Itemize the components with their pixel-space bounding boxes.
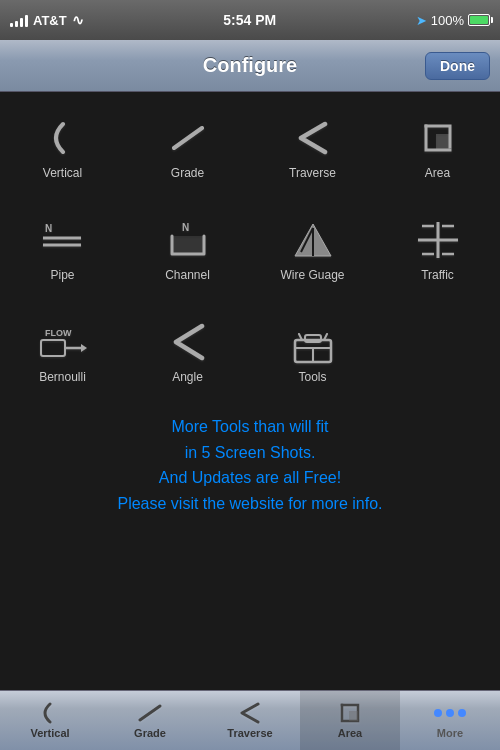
battery-label: 100% xyxy=(431,13,464,28)
tab-vertical-icon xyxy=(36,702,64,724)
svg-text:FLOW: FLOW xyxy=(45,328,72,338)
tab-traverse-label: Traverse xyxy=(227,727,272,739)
wifi-icon: ∿ xyxy=(72,12,84,28)
status-time: 5:54 PM xyxy=(223,12,276,28)
tools-icon xyxy=(287,320,339,364)
done-button[interactable]: Done xyxy=(425,52,490,80)
area-label: Area xyxy=(425,166,450,180)
icon-grid-row2: N Pipe N Channel xyxy=(0,200,500,302)
traffic-label: Traffic xyxy=(421,268,454,282)
channel-label: Channel xyxy=(165,268,210,282)
wire-guage-icon xyxy=(287,218,339,262)
bernoulli-icon: FLOW xyxy=(37,320,89,364)
icon-cell-pipe[interactable]: N Pipe xyxy=(0,204,125,292)
battery-icon xyxy=(468,14,490,26)
tab-traverse-icon xyxy=(236,702,264,724)
angle-label: Angle xyxy=(172,370,203,384)
icon-cell-traffic[interactable]: Traffic xyxy=(375,204,500,292)
icon-cell-tools[interactable]: Tools xyxy=(250,306,375,394)
svg-line-25 xyxy=(140,706,160,720)
tab-item-more[interactable]: More xyxy=(400,691,500,750)
info-text: More Tools than will fit in 5 Screen Sho… xyxy=(0,394,500,526)
info-line-4: Please visit the website for more info. xyxy=(20,491,480,517)
tab-grade-label: Grade xyxy=(134,727,166,739)
tab-item-grade[interactable]: Grade xyxy=(100,691,200,750)
tab-area-label: Area xyxy=(338,727,362,739)
info-line-1: More Tools than will fit xyxy=(20,414,480,440)
dot-1 xyxy=(434,709,442,717)
icon-cell-grade[interactable]: Grade xyxy=(125,102,250,190)
dot-2 xyxy=(446,709,454,717)
location-arrow-icon: ➤ xyxy=(416,13,427,28)
svg-line-0 xyxy=(174,128,202,148)
tab-area-icon xyxy=(336,702,364,724)
channel-icon: N xyxy=(162,218,214,262)
svg-rect-1 xyxy=(436,134,450,150)
svg-text:N: N xyxy=(45,223,52,234)
icon-cell-bernoulli[interactable]: FLOW Bernoulli xyxy=(0,306,125,394)
tab-more-label: More xyxy=(437,727,463,739)
info-line-3: And Updates are all Free! xyxy=(20,465,480,491)
icon-cell-area[interactable]: Area xyxy=(375,102,500,190)
vertical-label: Vertical xyxy=(43,166,82,180)
vertical-icon xyxy=(37,116,89,160)
nav-bar: Configure Done xyxy=(0,40,500,92)
angle-icon xyxy=(162,320,214,364)
icon-grid-row3: FLOW Bernoulli Angle xyxy=(0,302,500,394)
icon-cell-traverse[interactable]: Traverse xyxy=(250,102,375,190)
tab-grade-icon xyxy=(136,702,164,724)
bernoulli-label: Bernoulli xyxy=(39,370,86,384)
traverse-icon xyxy=(287,116,339,160)
svg-marker-18 xyxy=(81,344,87,352)
icon-grid-row1: Vertical Grade Traverse xyxy=(0,92,500,200)
svg-rect-26 xyxy=(349,711,358,721)
info-line-2: in 5 Screen Shots. xyxy=(20,440,480,466)
pipe-label: Pipe xyxy=(50,268,74,282)
icon-cell-angle[interactable]: Angle xyxy=(125,306,250,394)
traverse-label: Traverse xyxy=(289,166,336,180)
traffic-icon xyxy=(412,218,464,262)
icon-cell-channel[interactable]: N Channel xyxy=(125,204,250,292)
icon-cell-wire-guage[interactable]: Wire Guage xyxy=(250,204,375,292)
icon-cell-vertical[interactable]: Vertical xyxy=(0,102,125,190)
signal-bars-icon xyxy=(10,13,28,27)
svg-rect-16 xyxy=(41,340,65,356)
tab-bar: Vertical Grade Traverse Area xyxy=(0,690,500,750)
icon-cell-empty xyxy=(375,306,500,394)
tab-item-area[interactable]: Area xyxy=(300,691,400,750)
status-right: ➤ 100% xyxy=(416,13,490,28)
pipe-icon: N xyxy=(37,218,89,262)
page-title: Configure xyxy=(203,54,297,77)
main-content: Vertical Grade Traverse xyxy=(0,92,500,690)
more-dots-icon xyxy=(434,702,466,724)
tools-label: Tools xyxy=(298,370,326,384)
grade-icon xyxy=(162,116,214,160)
tab-item-traverse[interactable]: Traverse xyxy=(200,691,300,750)
status-left: AT&T ∿ xyxy=(10,12,84,28)
carrier-label: AT&T xyxy=(33,13,67,28)
tab-item-vertical[interactable]: Vertical xyxy=(0,691,100,750)
dot-3 xyxy=(458,709,466,717)
area-icon xyxy=(412,116,464,160)
status-bar: AT&T ∿ 5:54 PM ➤ 100% xyxy=(0,0,500,40)
tab-vertical-label: Vertical xyxy=(30,727,69,739)
svg-text:N: N xyxy=(182,222,189,233)
wire-guage-label: Wire Guage xyxy=(280,268,344,282)
grade-label: Grade xyxy=(171,166,204,180)
